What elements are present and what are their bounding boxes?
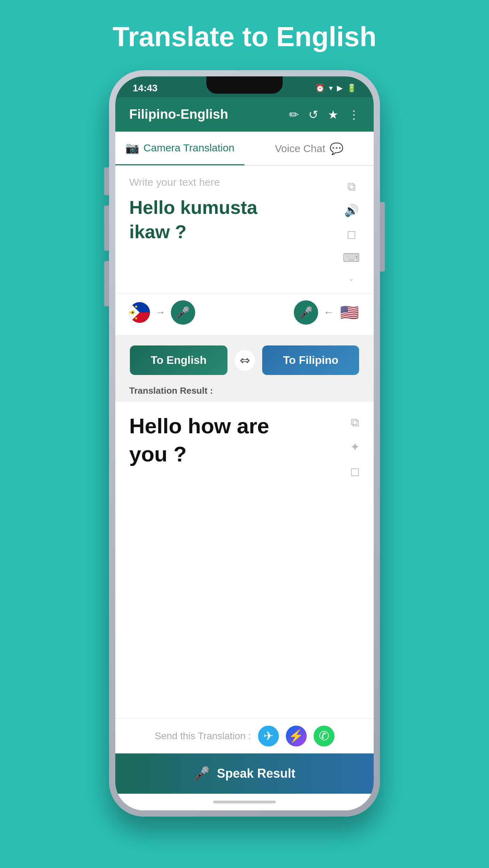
result-star-icon[interactable]: ✦ [350, 440, 360, 454]
input-main-text: Hello kumusta ikaw ? [129, 195, 343, 244]
translation-buttons: To English ⇔ To Filipino [115, 335, 374, 382]
wifi-icon: ▾ [329, 84, 333, 93]
mic-button-right[interactable]: 🎤 [294, 300, 318, 325]
svg-point-7 [130, 312, 131, 314]
svg-point-5 [135, 306, 137, 308]
result-copy-icon[interactable]: ⧉ [351, 416, 359, 429]
copy-icon[interactable]: ⧉ [347, 180, 356, 194]
volume-mute-button[interactable] [104, 167, 109, 195]
status-icons: ⏰ ▾ ▶ 🔋 [315, 84, 356, 93]
signal-icon: ▶ [337, 84, 343, 93]
edit-icon[interactable]: ✏ [289, 108, 299, 122]
speak-button-label: Speak Result [217, 766, 295, 781]
chat-icon: 💬 [330, 142, 343, 155]
page-title: Translate to English [113, 21, 376, 53]
swap-icon[interactable]: ⇔ [234, 350, 255, 371]
input-side-icons: ⧉ 🔊 ◻ ⌨ ⌄ [343, 176, 360, 283]
notch [206, 76, 283, 94]
mic-button-left[interactable]: 🎤 [171, 300, 195, 325]
tab-voice-label: Voice Chat [275, 143, 325, 155]
telegram-share-button[interactable]: ✈ [258, 726, 279, 746]
volume-down-button[interactable] [104, 261, 109, 306]
battery-icon: 🔋 [347, 84, 356, 93]
input-text-area[interactable]: Write your text here Hello kumusta ikaw … [129, 176, 343, 244]
whatsapp-share-button[interactable]: ✆ [314, 726, 334, 746]
result-area: Hello how are you ? ⧉ ✦ ◻ [115, 402, 374, 718]
speak-result-button[interactable]: 🎤 Speak Result [115, 753, 374, 794]
share-area: Send this Translation : ✈ ⚡ ✆ [115, 718, 374, 753]
eraser-icon[interactable]: ◻ [347, 227, 356, 241]
svg-point-6 [135, 317, 137, 319]
keyboard-icon[interactable]: ⌨ [343, 251, 360, 265]
result-text: Hello how are you ? [129, 412, 350, 468]
result-side-icons: ⧉ ✦ ◻ [350, 412, 360, 478]
share-text: Send this Translation : [155, 731, 251, 742]
volume-up-button[interactable] [104, 206, 109, 251]
result-label-text: Translation Result : [129, 385, 213, 396]
camera-icon: 📷 [125, 141, 139, 155]
svg-point-4 [132, 312, 134, 314]
messenger-share-button[interactable]: ⚡ [286, 726, 307, 746]
header-icons: ✏ ↺ ★ ⋮ [289, 108, 360, 122]
chevron-down-icon: ⌄ [348, 274, 354, 283]
tab-camera-label: Camera Translation [143, 142, 234, 154]
input-line1: Hello kumusta [129, 197, 257, 218]
input-line2: ikaw ? [129, 221, 187, 242]
app-header: Filipino-English ✏ ↺ ★ ⋮ [115, 97, 374, 132]
arrow-left-icon: ← [324, 307, 333, 318]
history-icon[interactable]: ↺ [308, 108, 318, 122]
us-flag-icon: 🇺🇸 [339, 302, 360, 323]
app-title: Filipino-English [129, 107, 228, 122]
to-english-button[interactable]: To English [130, 345, 227, 375]
result-eraser-icon[interactable]: ◻ [350, 464, 360, 478]
result-line1: Hello how are [129, 414, 269, 438]
speak-mic-icon: 🎤 [193, 766, 210, 781]
phone-screen: 14:43 ⏰ ▾ ▶ 🔋 Filipino-English ✏ ↺ ★ ⋮ 📷… [115, 76, 374, 810]
lang-left: → 🎤 [129, 300, 195, 325]
home-indicator [213, 801, 276, 803]
result-line2: you ? [129, 442, 187, 466]
lang-right: 🎤 ← 🇺🇸 [294, 300, 360, 325]
lang-selector-area: → 🎤 🎤 ← 🇺🇸 [115, 293, 374, 335]
more-icon[interactable]: ⋮ [348, 108, 360, 122]
tab-voice-chat[interactable]: Voice Chat 💬 [244, 132, 374, 165]
phone-shell: 14:43 ⏰ ▾ ▶ 🔋 Filipino-English ✏ ↺ ★ ⋮ 📷… [109, 70, 380, 817]
speaker-icon[interactable]: 🔊 [344, 203, 359, 217]
result-label: Translation Result : [115, 382, 374, 402]
power-button[interactable] [380, 202, 385, 272]
input-placeholder: Write your text here [129, 176, 343, 188]
phone-bottom [115, 794, 374, 810]
tab-bar: 📷 Camera Translation Voice Chat 💬 [115, 132, 374, 166]
alarm-icon: ⏰ [315, 84, 325, 93]
to-filipino-button[interactable]: To Filipino [262, 345, 359, 375]
philippine-flag-icon [129, 302, 150, 323]
input-area: Write your text here Hello kumusta ikaw … [115, 166, 374, 293]
arrow-right-icon: → [156, 307, 165, 318]
status-time: 14:43 [133, 83, 158, 94]
favorite-icon[interactable]: ★ [328, 108, 338, 122]
tab-camera-translation[interactable]: 📷 Camera Translation [115, 132, 244, 165]
